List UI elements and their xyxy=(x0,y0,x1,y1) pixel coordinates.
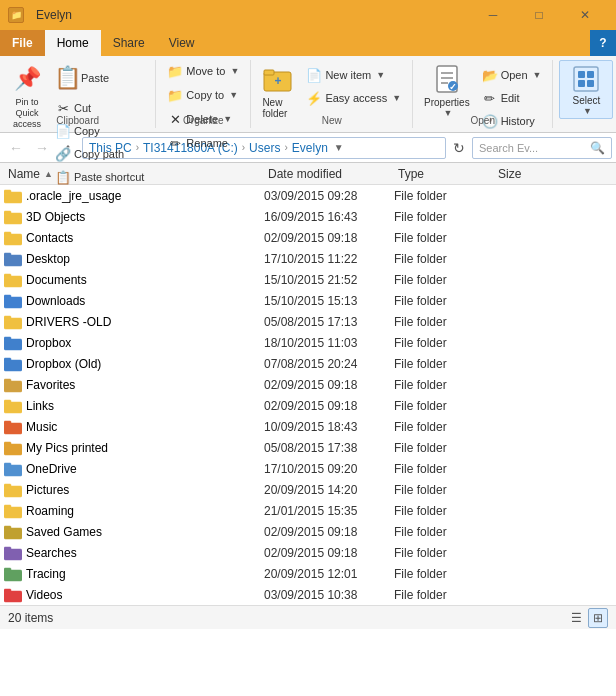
new-folder-button[interactable]: + New folder xyxy=(257,60,299,122)
open-button[interactable]: 📂 Open ▼ xyxy=(477,64,547,86)
pin-quick-access-button[interactable]: 📌 Pin to Quick access xyxy=(6,60,48,132)
col-header-size[interactable]: Size xyxy=(494,167,564,181)
new-items: + New folder 📄 New item ▼ ⚡ Easy access … xyxy=(257,60,406,141)
ribbon-group-open: ✓ Properties ▼ 📂 Open ▼ ✏ Edit xyxy=(413,60,553,128)
properties-button[interactable]: ✓ Properties ▼ xyxy=(419,60,475,121)
file-name: Favorites xyxy=(26,378,264,392)
help-button[interactable]: ? xyxy=(590,30,616,56)
file-type: File folder xyxy=(394,588,494,602)
ribbon-tabs: File Home Share View ? xyxy=(0,30,616,56)
svg-rect-49 xyxy=(4,547,11,551)
file-date: 02/09/2015 09:18 xyxy=(264,546,394,560)
col-header-type[interactable]: Type xyxy=(394,167,494,181)
ribbon-group-select: Select ▼ xyxy=(553,60,616,128)
copy-to-icon: 📁 xyxy=(167,87,183,103)
file-type: File folder xyxy=(394,210,494,224)
table-row[interactable]: Music 10/09/2015 18:43 File folder xyxy=(0,416,616,437)
table-row[interactable]: Saved Games 02/09/2015 09:18 File folder xyxy=(0,521,616,542)
table-row[interactable]: DRIVERS -OLD 05/08/2015 17:13 File folde… xyxy=(0,311,616,332)
table-row[interactable]: Links 02/09/2015 09:18 File folder xyxy=(0,395,616,416)
table-row[interactable]: Documents 15/10/2015 21:52 File folder xyxy=(0,269,616,290)
col-header-date[interactable]: Date modified xyxy=(264,167,394,181)
file-type: File folder xyxy=(394,189,494,203)
svg-rect-12 xyxy=(578,80,585,87)
svg-rect-13 xyxy=(587,80,594,87)
file-date: 03/09/2015 09:28 xyxy=(264,189,394,203)
ribbon-content: 📌 Pin to Quick access 📋 Paste ✂ Cut xyxy=(0,56,616,132)
table-row[interactable]: Contacts 02/09/2015 09:18 File folder xyxy=(0,227,616,248)
svg-rect-27 xyxy=(4,316,11,320)
file-name: Contacts xyxy=(26,231,264,245)
file-type: File folder xyxy=(394,441,494,455)
svg-rect-19 xyxy=(4,232,11,236)
tab-home[interactable]: Home xyxy=(45,30,101,56)
table-row[interactable]: Roaming 21/01/2015 15:35 File folder xyxy=(0,500,616,521)
svg-rect-31 xyxy=(4,358,11,362)
table-row[interactable]: My Pics printed 05/08/2015 17:38 File fo… xyxy=(0,437,616,458)
path-users[interactable]: Users xyxy=(249,141,280,155)
details-view-button[interactable]: ☰ xyxy=(566,608,586,628)
file-name: Links xyxy=(26,399,264,413)
tab-view[interactable]: View xyxy=(157,30,207,56)
file-date: 07/08/2015 20:24 xyxy=(264,357,394,371)
ribbon-group-new: + New folder 📄 New item ▼ ⚡ Easy access … xyxy=(251,60,413,128)
path-evelyn[interactable]: Evelyn xyxy=(292,141,328,155)
file-name: Dropbox xyxy=(26,336,264,350)
svg-rect-51 xyxy=(4,568,11,572)
properties-icon: ✓ xyxy=(431,63,463,95)
rename-icon: ✏ xyxy=(167,135,183,151)
edit-icon: ✏ xyxy=(482,90,498,106)
large-icons-view-button[interactable]: ⊞ xyxy=(588,608,608,628)
table-row[interactable]: Videos 03/09/2015 10:38 File folder xyxy=(0,584,616,605)
rename-button[interactable]: ✏ Rename xyxy=(162,132,244,154)
copy-path-button[interactable]: 🔗 Copy path xyxy=(50,143,149,165)
maximize-button[interactable]: □ xyxy=(516,0,562,30)
close-button[interactable]: ✕ xyxy=(562,0,608,30)
tab-share[interactable]: Share xyxy=(101,30,157,56)
folder-icon xyxy=(4,376,22,394)
paste-icon: 📋 xyxy=(55,63,79,93)
edit-button[interactable]: ✏ Edit xyxy=(477,87,547,109)
easy-access-button[interactable]: ⚡ Easy access ▼ xyxy=(301,87,406,109)
open-label: Open xyxy=(471,115,495,126)
svg-rect-39 xyxy=(4,442,11,446)
table-row[interactable]: Favorites 02/09/2015 09:18 File folder xyxy=(0,374,616,395)
minimize-button[interactable]: ─ xyxy=(470,0,516,30)
file-name: Music xyxy=(26,420,264,434)
folder-icon xyxy=(4,271,22,289)
table-row[interactable]: OneDrive 17/10/2015 09:20 File folder xyxy=(0,458,616,479)
svg-rect-35 xyxy=(4,400,11,404)
folder-icon xyxy=(4,439,22,457)
file-name: Videos xyxy=(26,588,264,602)
file-type: File folder xyxy=(394,525,494,539)
table-row[interactable]: Tracing 20/09/2015 12:01 File folder xyxy=(0,563,616,584)
pin-icon: 📌 xyxy=(11,63,43,95)
table-row[interactable]: Dropbox (Old) 07/08/2015 20:24 File fold… xyxy=(0,353,616,374)
svg-rect-43 xyxy=(4,484,11,488)
copy-to-button[interactable]: 📁 Copy to ▼ xyxy=(162,84,244,106)
table-row[interactable]: Dropbox 18/10/2015 11:03 File folder xyxy=(0,332,616,353)
view-buttons: ☰ ⊞ xyxy=(566,608,608,628)
folder-icon xyxy=(4,460,22,478)
file-date: 21/01/2015 15:35 xyxy=(264,504,394,518)
folder-icon xyxy=(4,313,22,331)
search-icon: 🔍 xyxy=(590,141,605,155)
path-dropdown-arrow[interactable]: ▼ xyxy=(334,142,344,153)
file-date: 15/10/2015 21:52 xyxy=(264,273,394,287)
file-date: 02/09/2015 09:18 xyxy=(264,231,394,245)
open-icon: 📂 xyxy=(482,67,498,83)
svg-rect-9 xyxy=(574,67,598,91)
table-row[interactable]: Searches 02/09/2015 09:18 File folder xyxy=(0,542,616,563)
tab-file[interactable]: File xyxy=(0,30,45,56)
new-item-button[interactable]: 📄 New item ▼ xyxy=(301,64,406,86)
move-to-button[interactable]: 📁 Move to ▼ xyxy=(162,60,244,82)
table-row[interactable]: Desktop 17/10/2015 11:22 File folder xyxy=(0,248,616,269)
select-all-button[interactable]: Select ▼ xyxy=(559,60,613,119)
table-row[interactable]: Downloads 15/10/2015 15:13 File folder xyxy=(0,290,616,311)
svg-rect-47 xyxy=(4,526,11,530)
move-icon: 📁 xyxy=(167,63,183,79)
file-type: File folder xyxy=(394,420,494,434)
table-row[interactable]: Pictures 20/09/2015 14:20 File folder xyxy=(0,479,616,500)
paste-button[interactable]: 📋 Paste xyxy=(50,60,149,96)
paste-shortcut-button[interactable]: 📋 Paste shortcut xyxy=(50,166,149,188)
